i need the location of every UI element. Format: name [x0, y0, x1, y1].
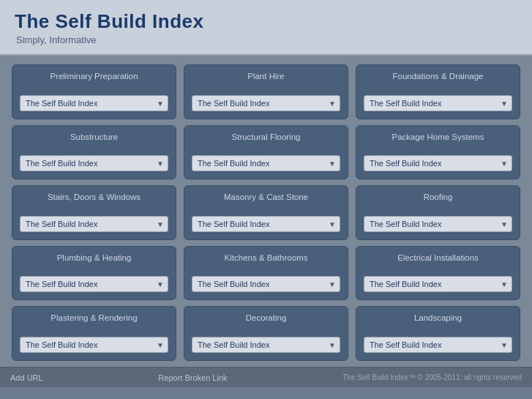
select-decorating[interactable]: The Self Build Index: [192, 337, 340, 353]
select-wrapper-structural-flooring: The Self Build Index▼: [192, 155, 340, 171]
select-foundations-drainage[interactable]: The Self Build Index: [364, 95, 512, 111]
card-roofing: RoofingThe Self Build Index▼: [356, 185, 520, 240]
site-title: The Self Build Index: [15, 10, 517, 33]
card-title-stairs-doors-windows: Stairs, Doors & Windows: [20, 192, 168, 203]
card-structural-flooring: Structural FlooringThe Self Build Index▼: [184, 125, 348, 180]
card-title-package-home-systems: Package Home Systems: [364, 132, 512, 143]
site-header: The Self Build Index Simply, Informative: [0, 0, 532, 56]
site-footer: Add URL Report Broken Link The Self Buil…: [0, 367, 532, 387]
card-title-electrical-installations: Electrical Installations: [364, 253, 512, 264]
card-plastering-rendering: Plastering & RenderingThe Self Build Ind…: [12, 306, 176, 361]
select-wrapper-kitchens-bathrooms: The Self Build Index▼: [192, 276, 340, 292]
card-title-foundations-drainage: Foundations & Drainage: [364, 71, 512, 82]
card-title-landscaping: Landscaping: [364, 313, 512, 324]
card-preliminary-preparation: Preliminary PreparationThe Self Build In…: [12, 64, 176, 119]
select-wrapper-decorating: The Self Build Index▼: [192, 337, 340, 353]
select-landscaping[interactable]: The Self Build Index: [364, 337, 512, 353]
select-substructure[interactable]: The Self Build Index: [20, 155, 168, 171]
card-title-decorating: Decorating: [192, 313, 340, 324]
select-plumbing-heating[interactable]: The Self Build Index: [20, 276, 168, 292]
select-wrapper-plant-hire: The Self Build Index▼: [192, 95, 340, 111]
select-structural-flooring[interactable]: The Self Build Index: [192, 155, 340, 171]
select-wrapper-preliminary-preparation: The Self Build Index▼: [20, 95, 168, 111]
card-title-plumbing-heating: Plumbing & Heating: [20, 253, 168, 264]
card-plant-hire: Plant HireThe Self Build Index▼: [184, 64, 348, 119]
card-stairs-doors-windows: Stairs, Doors & WindowsThe Self Build In…: [12, 185, 176, 240]
card-electrical-installations: Electrical InstallationsThe Self Build I…: [356, 246, 520, 301]
select-package-home-systems[interactable]: The Self Build Index: [364, 155, 512, 171]
select-kitchens-bathrooms[interactable]: The Self Build Index: [192, 276, 340, 292]
main-content: Preliminary PreparationThe Self Build In…: [0, 56, 532, 367]
select-wrapper-stairs-doors-windows: The Self Build Index▼: [20, 216, 168, 232]
grid-row-4: Plastering & RenderingThe Self Build Ind…: [12, 306, 520, 361]
card-title-plant-hire: Plant Hire: [192, 71, 340, 82]
card-package-home-systems: Package Home SystemsThe Self Build Index…: [356, 125, 520, 180]
card-title-structural-flooring: Structural Flooring: [192, 132, 340, 143]
site-subtitle: Simply, Informative: [16, 34, 517, 45]
select-wrapper-landscaping: The Self Build Index▼: [364, 337, 512, 353]
select-wrapper-package-home-systems: The Self Build Index▼: [364, 155, 512, 171]
select-wrapper-roofing: The Self Build Index▼: [364, 216, 512, 232]
card-title-plastering-rendering: Plastering & Rendering: [20, 313, 168, 324]
add-url-link[interactable]: Add URL: [10, 373, 43, 382]
card-plumbing-heating: Plumbing & HeatingThe Self Build Index▼: [12, 246, 176, 301]
grid-row-1: SubstructureThe Self Build Index▼Structu…: [12, 125, 520, 180]
select-roofing[interactable]: The Self Build Index: [364, 216, 512, 232]
card-title-kitchens-bathrooms: Kitchens & Bathrooms: [192, 253, 340, 264]
card-title-masonry-cast-stone: Masonry & Cast Stone: [192, 192, 340, 203]
grid-row-3: Plumbing & HeatingThe Self Build Index▼K…: [12, 246, 520, 301]
card-kitchens-bathrooms: Kitchens & BathroomsThe Self Build Index…: [184, 246, 348, 301]
select-wrapper-electrical-installations: The Self Build Index▼: [364, 276, 512, 292]
select-wrapper-plumbing-heating: The Self Build Index▼: [20, 276, 168, 292]
select-plant-hire[interactable]: The Self Build Index: [192, 95, 340, 111]
card-title-roofing: Roofing: [364, 192, 512, 203]
select-wrapper-foundations-drainage: The Self Build Index▼: [364, 95, 512, 111]
select-masonry-cast-stone[interactable]: The Self Build Index: [192, 216, 340, 232]
select-plastering-rendering[interactable]: The Self Build Index: [20, 337, 168, 353]
card-title-preliminary-preparation: Preliminary Preparation: [20, 71, 168, 82]
select-wrapper-masonry-cast-stone: The Self Build Index▼: [192, 216, 340, 232]
grid-row-2: Stairs, Doors & WindowsThe Self Build In…: [12, 185, 520, 240]
card-foundations-drainage: Foundations & DrainageThe Self Build Ind…: [356, 64, 520, 119]
select-wrapper-plastering-rendering: The Self Build Index▼: [20, 337, 168, 353]
card-landscaping: LandscapingThe Self Build Index▼: [356, 306, 520, 361]
card-title-substructure: Substructure: [20, 132, 168, 143]
card-substructure: SubstructureThe Self Build Index▼: [12, 125, 176, 180]
grid-row-0: Preliminary PreparationThe Self Build In…: [12, 64, 520, 119]
report-broken-link[interactable]: Report Broken Link: [158, 373, 227, 382]
select-preliminary-preparation[interactable]: The Self Build Index: [20, 95, 168, 111]
copyright-text: The Self Build Index™ © 2005-2011; all r…: [342, 373, 522, 381]
select-wrapper-substructure: The Self Build Index▼: [20, 155, 168, 171]
card-masonry-cast-stone: Masonry & Cast StoneThe Self Build Index…: [184, 185, 348, 240]
select-electrical-installations[interactable]: The Self Build Index: [364, 276, 512, 292]
select-stairs-doors-windows[interactable]: The Self Build Index: [20, 216, 168, 232]
card-decorating: DecoratingThe Self Build Index▼: [184, 306, 348, 361]
